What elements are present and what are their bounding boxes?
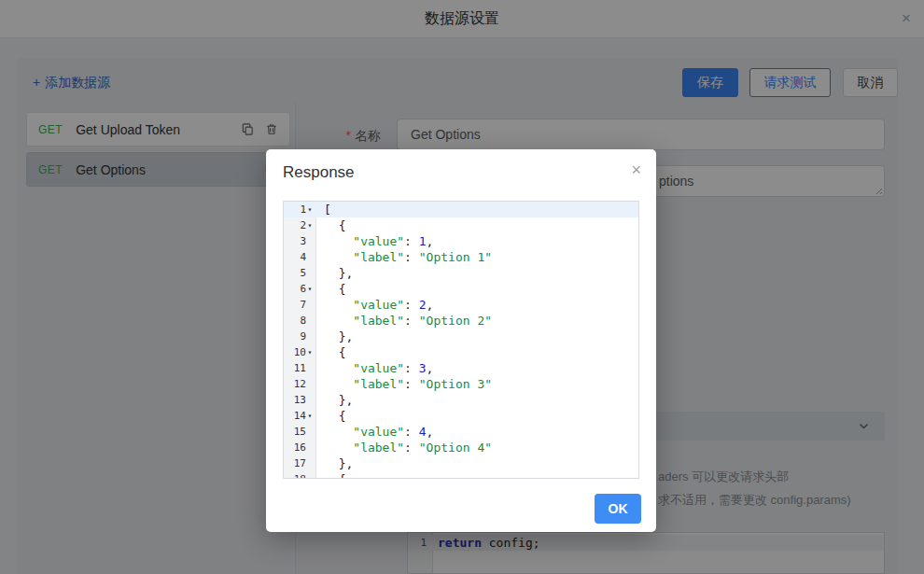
line-number: 7 (284, 297, 315, 313)
code-line: 2▾ { (284, 217, 638, 233)
code-text: { (315, 408, 638, 424)
line-number: 16 (284, 440, 315, 455)
line-number: 6▾ (284, 281, 315, 297)
code-token: [ (324, 203, 331, 217)
line-number: 9 (284, 329, 315, 344)
line-number: 2▾ (284, 217, 315, 233)
fold-arrow-icon[interactable]: ▾ (306, 217, 314, 233)
line-number: 13 (284, 392, 315, 408)
code-token: , (427, 234, 434, 248)
code-line: 6▾ { (284, 281, 638, 297)
code-token: }, (324, 456, 353, 470)
code-line: 8 "label": "Option 2" (284, 313, 638, 329)
code-token: , (427, 298, 434, 312)
code-token: }, (324, 266, 353, 280)
code-line: 12 "label": "Option 3" (284, 376, 638, 392)
datasource-settings-window: 数据源设置 × +添加数据源 保存 请求测试 取消 GETGet Upload … (0, 0, 924, 574)
code-line: 15 "value": 4, (284, 424, 638, 440)
line-number: 11 (284, 360, 315, 376)
code-token (324, 441, 353, 455)
code-token: : (404, 250, 419, 264)
code-text: { (315, 281, 638, 297)
code-token: "Option 2" (419, 314, 492, 328)
code-text: { (315, 471, 638, 479)
code-token: "label" (353, 314, 404, 328)
code-token: "label" (353, 250, 404, 264)
line-number: 3 (284, 233, 315, 249)
code-text: { (315, 217, 638, 233)
code-token: "value" (353, 234, 404, 248)
code-line: 17 }, (284, 455, 638, 471)
fold-arrow-icon[interactable]: ▾ (306, 202, 314, 217)
modal-title: Response (283, 163, 355, 182)
line-number: 1▾ (284, 202, 315, 217)
code-token (324, 425, 353, 439)
code-line: 4 "label": "Option 1" (284, 249, 638, 265)
line-number: 17 (284, 455, 315, 471)
code-text: "value": 2, (315, 297, 638, 313)
code-token: 4 (419, 425, 427, 439)
line-number: 14▾ (284, 408, 315, 424)
code-token: { (324, 218, 345, 232)
code-line: 11 "value": 3, (284, 360, 638, 376)
code-token: 3 (419, 361, 427, 375)
code-token: "value" (353, 425, 404, 439)
line-number: 10▾ (284, 344, 315, 360)
code-line: 1▾[ (284, 202, 638, 217)
line-number: 8 (284, 313, 315, 329)
code-line: 13 }, (284, 392, 638, 408)
code-token (324, 314, 353, 328)
code-text: }, (315, 329, 638, 344)
code-token: : (404, 234, 419, 248)
code-text: }, (315, 265, 638, 281)
code-token: : (404, 298, 419, 312)
code-token (324, 377, 353, 391)
code-line: 10▾ { (284, 344, 638, 360)
code-token: : (404, 377, 419, 391)
code-token: "value" (353, 361, 404, 375)
code-token: { (324, 282, 345, 296)
code-token: "label" (353, 441, 404, 455)
code-token: }, (324, 329, 353, 343)
fold-arrow-icon[interactable]: ▾ (306, 408, 314, 424)
modal-close-icon[interactable]: × (631, 161, 641, 180)
code-line: 14▾ { (284, 408, 638, 424)
code-token: "Option 3" (419, 377, 492, 391)
code-token (324, 361, 353, 375)
code-token: : (404, 441, 419, 455)
code-line: 16 "label": "Option 4" (284, 440, 638, 455)
editor-lines: 1▾[2▾ {3 "value": 1,4 "label": "Option 1… (284, 202, 638, 479)
code-text: [ (315, 202, 638, 217)
code-token (324, 298, 353, 312)
fold-arrow-icon[interactable]: ▾ (306, 344, 314, 360)
code-token: 2 (419, 298, 427, 312)
code-token: , (427, 361, 434, 375)
code-token: "Option 4" (419, 441, 492, 455)
code-token (324, 250, 353, 264)
ok-button[interactable]: OK (595, 494, 641, 524)
code-token: "Option 1" (419, 250, 492, 264)
code-token: : (404, 361, 419, 375)
fold-arrow-icon[interactable]: ▾ (306, 471, 314, 479)
response-code-editor[interactable]: 1▾[2▾ {3 "value": 1,4 "label": "Option 1… (283, 201, 639, 479)
code-line: 7 "value": 2, (284, 297, 638, 313)
code-line: 5 }, (284, 265, 638, 281)
code-token: : (404, 425, 419, 439)
code-text: "value": 1, (315, 233, 638, 249)
code-token: , (427, 425, 434, 439)
code-text: "label": "Option 2" (315, 313, 638, 329)
code-text: "label": "Option 4" (315, 440, 638, 455)
code-token: 1 (419, 234, 427, 248)
code-token: { (324, 409, 345, 423)
code-text: }, (315, 455, 638, 471)
code-token: "label" (353, 377, 404, 391)
code-token: }, (324, 393, 353, 407)
fold-arrow-icon[interactable]: ▾ (306, 281, 314, 297)
response-modal: Response × 1▾[2▾ {3 "value": 1,4 "label"… (266, 149, 656, 532)
code-text: "label": "Option 1" (315, 249, 638, 265)
line-number: 15 (284, 424, 315, 440)
code-text: "value": 3, (315, 360, 638, 376)
code-text: }, (315, 392, 638, 408)
code-token: "value" (353, 298, 404, 312)
line-number: 5 (284, 265, 315, 281)
